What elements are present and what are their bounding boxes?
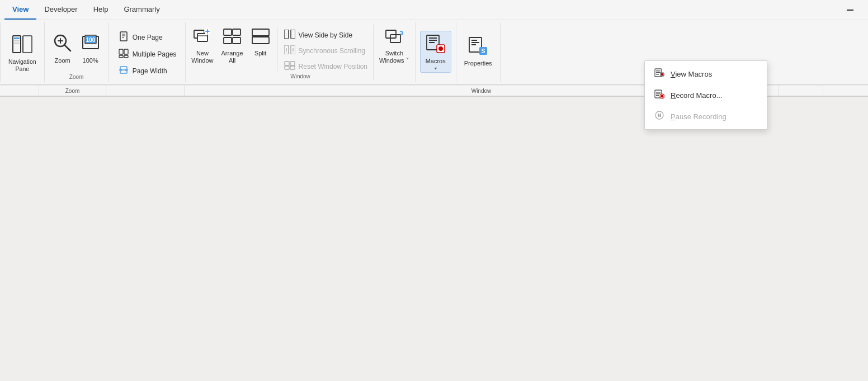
- svg-rect-63: [471, 44, 476, 45]
- svg-rect-2: [14, 37, 20, 39]
- minimize-icon[interactable]: [841, 2, 859, 18]
- view-side-by-side-button[interactable]: View Side by Side: [281, 28, 371, 43]
- macros-icon: [426, 34, 446, 57]
- navigation-pane-button[interactable]: NavigationPane: [5, 29, 40, 74]
- tab-developer[interactable]: Developer: [36, 0, 85, 20]
- reset-window-position-label: Reset Window Position: [299, 63, 367, 70]
- new-window-label: NewWindow: [191, 50, 213, 64]
- new-window-button[interactable]: NewWindow: [188, 25, 216, 67]
- tab-view[interactable]: View: [4, 0, 36, 20]
- page-width-icon: [118, 65, 129, 77]
- group-zoom-label: Zoom: [69, 73, 84, 80]
- svg-rect-71: [661, 73, 663, 76]
- zoom-100-button[interactable]: 100 100%: [77, 31, 104, 67]
- svg-rect-42: [291, 30, 295, 39]
- zoom-100-label: 100%: [83, 57, 98, 64]
- svg-rect-5: [23, 36, 32, 53]
- one-page-button[interactable]: One Page: [115, 30, 180, 45]
- multiple-pages-label: Multiple Pages: [133, 50, 177, 58]
- svg-rect-34: [224, 29, 232, 35]
- zoom-100-icon: 100: [81, 33, 101, 56]
- view-macros-item[interactable]: View Macros: [645, 63, 767, 84]
- svg-rect-56: [429, 40, 437, 41]
- svg-rect-23: [124, 55, 128, 58]
- svg-rect-49: [285, 66, 289, 69]
- pause-recording-item[interactable]: Pause Recording: [645, 106, 767, 127]
- svg-rect-52: [390, 35, 400, 43]
- record-macro-label: Record Macro...: [671, 91, 722, 100]
- svg-point-77: [661, 95, 664, 98]
- multiple-pages-button[interactable]: Multiple Pages: [115, 46, 180, 62]
- properties-button[interactable]: S Properties: [461, 34, 496, 69]
- tab-help[interactable]: Help: [86, 0, 116, 20]
- page-width-label: Page Width: [133, 67, 167, 75]
- split-label: Split: [254, 50, 266, 57]
- view-side-by-side-label: View Side by Side: [299, 31, 353, 39]
- synchronous-scrolling-button[interactable]: Synchronous Scrolling: [281, 44, 371, 58]
- svg-text:100: 100: [86, 37, 95, 43]
- nav-pane-label: NavigationPane: [8, 58, 36, 72]
- zoom-group-label: Zoom: [65, 88, 80, 94]
- page-width-button[interactable]: Page Width: [115, 63, 180, 79]
- view-macros-icon: [654, 68, 665, 80]
- svg-rect-36: [224, 37, 232, 44]
- svg-rect-37: [233, 37, 240, 44]
- switch-windows-button[interactable]: SwitchWindows ˅: [376, 25, 413, 67]
- new-window-icon: [193, 27, 212, 49]
- pause-recording-label: Pause Recording: [671, 112, 727, 121]
- svg-rect-39: [252, 37, 269, 44]
- svg-point-78: [655, 111, 663, 119]
- group-nav-pane: NavigationPane: [0, 22, 45, 82]
- zoom-label: Zoom: [55, 57, 70, 64]
- svg-rect-47: [285, 62, 289, 65]
- macros-dropdown-arrow: ▾: [435, 67, 437, 71]
- arrange-all-icon: [223, 27, 242, 49]
- zoom-icon: [53, 33, 73, 56]
- svg-rect-75: [656, 95, 659, 96]
- arrange-all-label: ArrangeAll: [221, 50, 243, 64]
- split-button[interactable]: Split: [248, 25, 273, 59]
- svg-rect-50: [290, 66, 295, 69]
- macros-dropdown-menu: View Macros Record Macro... Pause Record…: [644, 60, 767, 130]
- svg-marker-53: [400, 33, 402, 35]
- svg-rect-41: [284, 30, 289, 39]
- macros-button[interactable]: Macros ▾: [420, 31, 451, 72]
- nav-pane-icon: [12, 34, 33, 57]
- record-macro-item[interactable]: Record Macro...: [645, 84, 767, 106]
- svg-rect-57: [429, 42, 435, 43]
- svg-rect-79: [658, 114, 659, 117]
- synchronous-scrolling-label: Synchronous Scrolling: [299, 47, 365, 55]
- view-side-by-side-icon: [284, 30, 295, 41]
- sync-scrolling-icon: [284, 45, 295, 57]
- group-window: NewWindow ArrangeAll: [186, 22, 415, 82]
- window-group-label: Window: [471, 88, 492, 94]
- svg-text:S: S: [481, 48, 485, 54]
- group-macros: Macros ▾: [416, 22, 456, 82]
- arrange-all-button[interactable]: ArrangeAll: [218, 25, 246, 67]
- one-page-label: One Page: [133, 34, 163, 41]
- one-page-icon: [118, 31, 129, 44]
- macros-label: Macros: [426, 58, 446, 65]
- svg-rect-0: [847, 10, 853, 11]
- svg-rect-4: [14, 43, 20, 44]
- svg-rect-73: [656, 92, 661, 93]
- multiple-pages-icon: [118, 48, 129, 60]
- main-content: [0, 97, 868, 381]
- svg-rect-55: [429, 37, 437, 39]
- svg-rect-22: [119, 55, 123, 58]
- zoom-button[interactable]: Zoom: [49, 31, 76, 67]
- group-views: One Page Multiple Pages: [109, 22, 186, 82]
- tab-grammarly[interactable]: Grammarly: [116, 0, 167, 20]
- switch-windows-label: SwitchWindows ˅: [379, 50, 409, 64]
- switch-windows-icon: [385, 27, 404, 49]
- svg-rect-61: [471, 40, 477, 41]
- svg-rect-35: [233, 29, 240, 35]
- group-zoom: Zoom 100 100% Zoom: [45, 22, 109, 82]
- svg-rect-69: [656, 74, 659, 75]
- svg-rect-74: [656, 93, 661, 95]
- svg-rect-21: [124, 49, 128, 54]
- svg-rect-38: [252, 29, 269, 36]
- svg-rect-67: [656, 70, 661, 72]
- svg-rect-48: [290, 62, 295, 65]
- svg-rect-51: [386, 30, 396, 38]
